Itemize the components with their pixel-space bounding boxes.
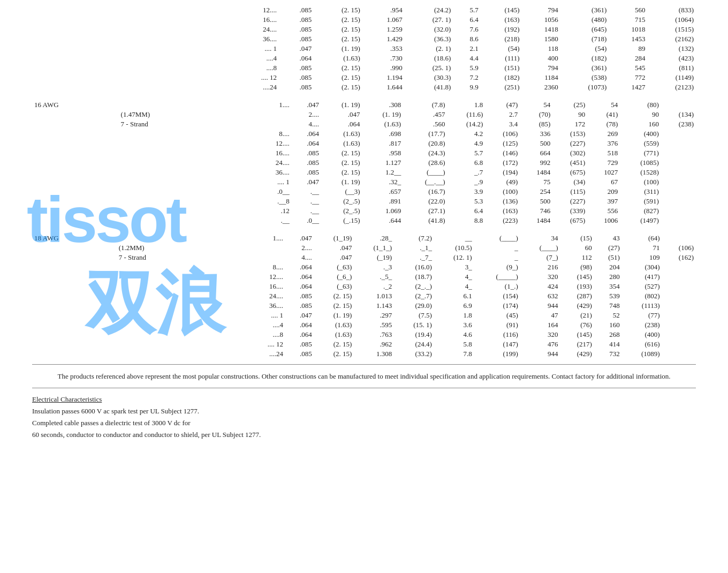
table-cell: 67 xyxy=(587,177,620,187)
table-cell: (227) xyxy=(552,197,587,206)
table-cell: (33.2) xyxy=(394,349,434,359)
table-cell: 52 xyxy=(594,311,622,320)
electrical-line1: Insulation passes 6000 V ac spark test p… xyxy=(32,405,696,417)
table-cell: (_19) xyxy=(354,253,394,262)
awg-label-empty xyxy=(32,197,119,206)
table-cell: (32.0) xyxy=(405,25,453,34)
table-cell: (193) xyxy=(560,282,594,291)
table-cell: .085 xyxy=(285,340,314,349)
table-cell: 164 xyxy=(520,320,560,330)
table-cell: (147) xyxy=(474,340,520,349)
table-cell: 160 xyxy=(594,320,622,330)
awg18-label-empty xyxy=(117,272,201,282)
table-cell: (194) xyxy=(485,168,520,177)
table-cell: (77) xyxy=(622,311,662,320)
table-cell: 320 xyxy=(520,330,560,340)
table-cell: ....24 xyxy=(201,349,285,359)
awg-label-empty xyxy=(205,110,292,119)
table-cell: .954 xyxy=(362,5,405,15)
table-cell: (2. 15) xyxy=(321,158,362,168)
table-cell: (54) xyxy=(560,44,609,54)
awg-label-empty xyxy=(119,168,206,177)
table-cell: (12. 1) xyxy=(434,253,474,262)
table-cell: _ xyxy=(474,243,520,253)
table-cell: (27. 1) xyxy=(405,15,453,25)
table-cell: 6.1 xyxy=(434,291,474,301)
table-cell: (____) xyxy=(520,243,560,253)
awg18-label3: 7 - Strand xyxy=(117,253,201,262)
awg18-label-empty xyxy=(117,311,201,320)
table-cell: 12.... xyxy=(201,272,285,282)
table-cell: 12.... xyxy=(237,5,279,15)
table-cell: (163) xyxy=(485,206,520,216)
table-cell: 1.308 xyxy=(354,349,394,359)
table-cell: (238) xyxy=(661,119,696,129)
awg-label3: 7 - Strand xyxy=(119,119,206,129)
table-cell: (1_.) xyxy=(474,282,520,291)
table-cell: (1113) xyxy=(622,301,662,311)
table-cell: 216 xyxy=(520,262,560,272)
table-cell: (25) xyxy=(552,97,587,110)
table-cell: 60 xyxy=(560,243,594,253)
table-cell: 4.... xyxy=(285,253,314,262)
table-cell: (423) xyxy=(647,54,696,63)
table-cell: .990 xyxy=(362,63,405,73)
table-cell: (24.2) xyxy=(405,5,453,15)
table-cell: 354 xyxy=(594,282,622,291)
awg-label-empty xyxy=(32,139,119,148)
table-cell: .047 xyxy=(285,311,314,320)
table-cell: 47 xyxy=(520,311,560,320)
table-cell: (771) xyxy=(620,148,661,158)
awg18-label-empty xyxy=(117,262,201,272)
table-cell: .297 xyxy=(354,311,394,320)
table-cell: (361) xyxy=(560,5,609,15)
table-cell: (302) xyxy=(552,148,587,158)
table-cell: (1. 19) xyxy=(362,110,404,119)
electrical-line2: Completed cable passes a dielectric test… xyxy=(32,417,696,429)
table-cell: 1.8 xyxy=(448,97,486,110)
table-cell: (400) xyxy=(620,129,661,139)
table-cell: (2_.5) xyxy=(321,197,362,206)
table-cell: (1149) xyxy=(647,73,696,82)
table-cell: .891 xyxy=(362,197,404,206)
table-cell: .560 xyxy=(403,119,447,129)
row-label xyxy=(32,5,134,15)
table-cell: ....8 xyxy=(201,330,285,340)
table-cell: (217) xyxy=(560,340,594,349)
awg18-label-empty xyxy=(32,311,117,320)
awg18-label-empty xyxy=(117,291,201,301)
table-cell: 3_ xyxy=(434,262,474,272)
table-cell: 944 xyxy=(520,349,560,359)
table-cell: (19.4) xyxy=(394,330,434,340)
table-cell: (22.0) xyxy=(403,197,447,206)
row-label xyxy=(32,82,134,92)
table-cell: 376 xyxy=(587,139,620,148)
table-cell: 36.... xyxy=(237,34,279,44)
table-cell: (70) xyxy=(520,110,552,119)
table-cell: ._3 xyxy=(354,262,394,272)
table-cell: (675) xyxy=(552,168,587,177)
table-cell: .308 xyxy=(362,97,404,110)
table-cell: 6.4 xyxy=(453,15,480,25)
awg-label-empty xyxy=(119,139,206,148)
table-cell: (29.0) xyxy=(394,301,434,311)
table-cell: 112 xyxy=(560,253,594,262)
table-cell: (1_19) xyxy=(314,231,354,243)
table-cell: (2. 15) xyxy=(314,34,362,44)
table-cell: .064 xyxy=(279,54,314,63)
table-cell: 268 xyxy=(594,330,622,340)
table-cell: (2. 15) xyxy=(314,349,354,359)
table-cell: 1027 xyxy=(587,168,620,177)
table-cell: 12.... xyxy=(205,139,292,148)
awg16-table: 16 AWG1.....047(1. 19).308(7.8)1.8(47)54… xyxy=(32,97,696,225)
table-cell: (111) xyxy=(481,54,522,63)
table-cell: 1427 xyxy=(609,82,647,92)
table-cell: ._5_ xyxy=(354,272,394,282)
awg-label-empty xyxy=(32,177,119,187)
table-cell: 729 xyxy=(587,158,620,168)
awg-label-empty xyxy=(119,177,206,187)
awg18-label-empty xyxy=(32,272,117,282)
table-cell: (163) xyxy=(481,15,522,25)
table-cell: 172 xyxy=(552,119,587,129)
table-cell: (1515) xyxy=(647,25,696,34)
